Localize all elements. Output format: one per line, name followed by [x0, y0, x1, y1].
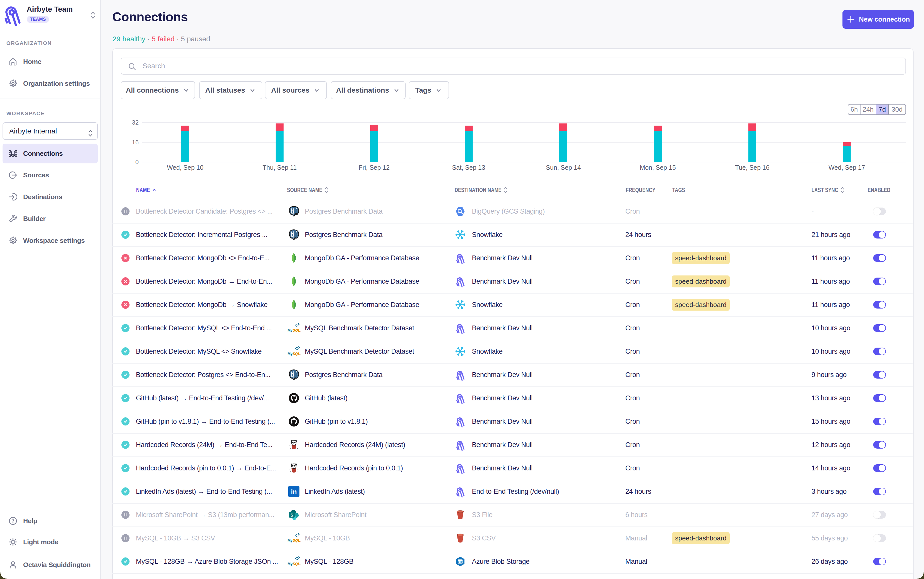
svg-text:My: My — [287, 328, 292, 332]
svg-text:My: My — [287, 352, 292, 356]
svg-text:.: . — [300, 328, 301, 332]
svg-text:Sun, Sep 14: Sun, Sep 14 — [546, 164, 581, 171]
svg-text:SQL: SQL — [292, 562, 300, 566]
svg-text:My: My — [287, 562, 292, 566]
svg-text:.: . — [300, 352, 301, 356]
svg-text:Sat, Sep 13: Sat, Sep 13 — [452, 164, 485, 171]
svg-text:Fri, Sep 12: Fri, Sep 12 — [359, 164, 390, 171]
svg-text:.: . — [300, 538, 301, 543]
svg-text:16: 16 — [132, 139, 139, 146]
svg-text:SQL: SQL — [292, 538, 300, 543]
svg-text:SQL: SQL — [292, 352, 300, 356]
svg-text:Thu, Sep 11: Thu, Sep 11 — [263, 164, 297, 171]
svg-text:S: S — [290, 513, 293, 517]
svg-text:0: 0 — [135, 159, 139, 165]
svg-text:.: . — [300, 562, 301, 566]
svg-text:32: 32 — [132, 119, 139, 126]
svg-text:10|01: 10|01 — [456, 561, 464, 564]
svg-text:My: My — [287, 538, 292, 543]
svg-text:Mon, Sep 15: Mon, Sep 15 — [640, 164, 676, 171]
svg-text:SQL: SQL — [292, 328, 300, 332]
svg-text:Wed, Sep 17: Wed, Sep 17 — [829, 164, 865, 171]
svg-text:in: in — [291, 488, 297, 496]
svg-text:Tue, Sep 16: Tue, Sep 16 — [735, 164, 769, 171]
svg-text:Wed, Sep 10: Wed, Sep 10 — [167, 164, 204, 171]
